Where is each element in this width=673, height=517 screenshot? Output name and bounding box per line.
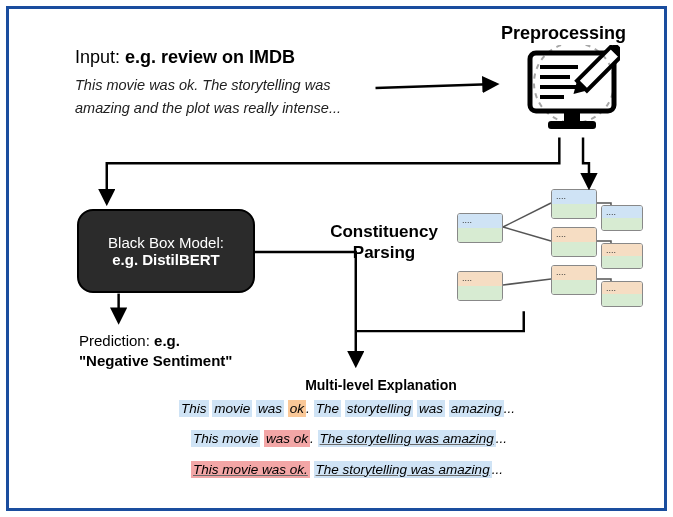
tree-node-text: .... (556, 229, 566, 239)
input-title-bold: e.g. review on IMDB (125, 47, 295, 67)
constituency-line2: Parsing (309, 242, 459, 263)
input-example-text: This movie was ok. The storytelling was … (75, 74, 385, 120)
token: storytelling (345, 400, 414, 417)
tree-node-text: .... (556, 191, 566, 201)
preprocessing-label: Preprocessing (501, 23, 626, 44)
tree-node: .... (551, 189, 597, 219)
tree-node: .... (551, 227, 597, 257)
multilevel-explanations: This movie was ok. The storytelling was … (179, 399, 559, 490)
token: The (314, 400, 341, 417)
tree-node: .... (601, 243, 643, 269)
svg-rect-9 (564, 111, 580, 121)
phrase: This movie (191, 430, 260, 447)
token: movie (212, 400, 252, 417)
phrase: was ok (264, 430, 310, 447)
tree-node: .... (601, 281, 643, 307)
prediction-value: "Negative Sentiment" (79, 352, 232, 369)
explanation-row-2: This movie was ok. The storytelling was … (179, 429, 559, 449)
tree-node: .... (457, 271, 503, 301)
constituency-line1: Constituency (309, 221, 459, 242)
sentence: This movie was ok. (191, 461, 310, 478)
suffix: ... (496, 431, 507, 446)
black-box-model: Black Box Model: e.g. DistilBERT (77, 209, 255, 293)
token: This (179, 400, 209, 417)
sentence: The storytelling was amazing (314, 461, 492, 478)
svg-line-11 (376, 84, 497, 88)
svg-rect-10 (548, 121, 596, 129)
token: amazing (449, 400, 504, 417)
input-block: Input: e.g. review on IMDB This movie wa… (75, 47, 385, 120)
blackbox-line1: Black Box Model: (108, 234, 224, 251)
punct: . (306, 401, 310, 416)
tree-node: .... (551, 265, 597, 295)
token: ok (288, 400, 306, 417)
token: was (256, 400, 284, 417)
input-prefix: Input: (75, 47, 125, 67)
input-title: Input: e.g. review on IMDB (75, 47, 385, 68)
suffix: ... (492, 462, 503, 477)
constituency-parsing-label: Constituency Parsing (309, 221, 459, 264)
explanation-row-3: This movie was ok. The storytelling was … (179, 460, 559, 480)
token: was (417, 400, 445, 417)
tree-node-text: .... (556, 267, 566, 277)
tree-node: .... (601, 205, 643, 231)
tree-node-text: .... (606, 283, 616, 293)
explanation-row-1: This movie was ok. The storytelling was … (179, 399, 559, 419)
punct: . (310, 431, 314, 446)
diagram-frame: Preprocessing Input: e.g. review on IMDB… (6, 6, 667, 511)
tree-node-text: .... (462, 273, 472, 283)
computer-edit-icon (524, 45, 620, 133)
suffix: ... (504, 401, 515, 416)
blackbox-line2: e.g. DistilBERT (112, 251, 220, 268)
prediction-prefix: Prediction: (79, 332, 154, 349)
parse-tree: .... .... .... .... .... .... .... (451, 195, 651, 313)
phrase: The storytelling was amazing (318, 430, 496, 447)
tree-node: .... (457, 213, 503, 243)
tree-node-text: .... (462, 215, 472, 225)
prediction-block: Prediction: e.g. "Negative Sentiment" (79, 331, 232, 372)
tree-node-text: .... (606, 245, 616, 255)
multilevel-title: Multi-level Explanation (251, 377, 511, 393)
tree-node-text: .... (606, 207, 616, 217)
prediction-eg: e.g. (154, 332, 180, 349)
